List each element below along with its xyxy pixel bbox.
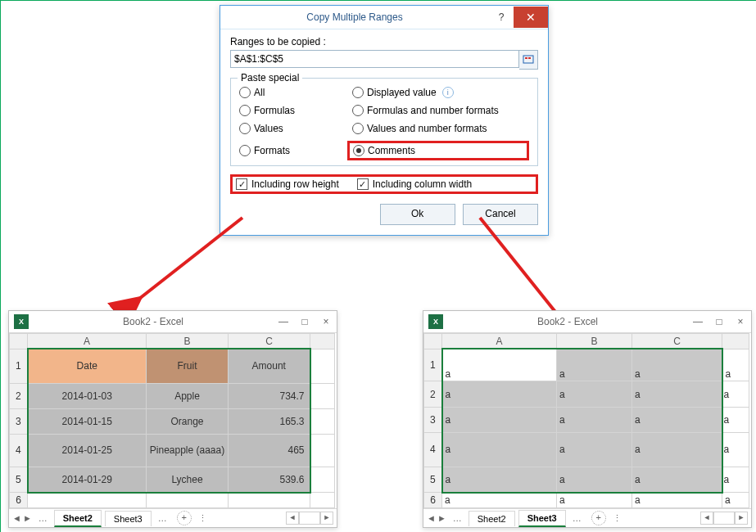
row-header[interactable]: 5 [424, 467, 442, 492]
window-close-button[interactable]: × [730, 316, 751, 327]
tab-nav-next-icon[interactable]: ► [437, 513, 446, 523]
tab-overflow-icon[interactable]: … [38, 513, 48, 523]
excel-titlebar[interactable]: X Book2 - Excel — □ × [423, 311, 751, 333]
cell[interactable] [28, 493, 147, 508]
cell[interactable]: 465 [229, 435, 310, 467]
radio-values[interactable]: Values [239, 123, 346, 134]
range-picker-button[interactable] [519, 50, 538, 70]
row-header[interactable]: 5 [10, 467, 28, 492]
close-button[interactable]: ✕ [514, 7, 548, 28]
row-header[interactable]: 1 [424, 349, 442, 381]
column-header[interactable]: C [229, 334, 310, 349]
cell[interactable] [310, 383, 335, 408]
sheet-tab-sheet2[interactable]: Sheet2 [469, 511, 515, 526]
column-header[interactable]: A [442, 334, 557, 349]
cell[interactable] [310, 408, 335, 434]
new-sheet-button[interactable]: + [177, 511, 192, 525]
info-icon[interactable]: i [442, 87, 454, 98]
radio-formulas[interactable]: Formulas [239, 105, 346, 116]
column-header[interactable]: B [557, 334, 632, 349]
cell[interactable]: 539.6 [229, 467, 310, 492]
cell[interactable] [310, 493, 335, 508]
cell[interactable]: 2014-01-15 [28, 408, 147, 434]
row-header[interactable]: 1 [10, 349, 28, 383]
cell[interactable]: a [632, 493, 722, 508]
minimize-button[interactable]: — [687, 316, 708, 327]
cell[interactable]: a [632, 433, 722, 467]
cell[interactable]: a [722, 433, 749, 467]
tab-overflow-icon[interactable]: … [158, 513, 167, 523]
ranges-input[interactable] [230, 50, 519, 68]
cell[interactable]: Amount [229, 349, 310, 383]
sheet-tab-sheet3[interactable]: Sheet3 [105, 511, 152, 526]
cell[interactable] [229, 493, 310, 508]
cell[interactable]: a [632, 407, 722, 432]
radio-formulas-number-formats[interactable]: Formulas and number formats [352, 105, 529, 116]
cell[interactable]: a [632, 349, 722, 381]
radio-values-number-formats[interactable]: Values and number formats [352, 123, 529, 134]
cell[interactable]: a [442, 493, 557, 508]
cell[interactable]: 2014-01-25 [28, 435, 147, 467]
cell[interactable]: Lychee [147, 467, 229, 492]
cancel-button[interactable]: Cancel [463, 204, 538, 225]
cell[interactable]: a [557, 433, 632, 467]
cell[interactable]: 734.7 [229, 383, 310, 408]
cell[interactable] [310, 349, 335, 383]
cell[interactable]: a [557, 493, 632, 508]
maximize-button[interactable]: □ [294, 316, 315, 327]
cell[interactable]: a [722, 407, 749, 432]
row-header[interactable]: 4 [424, 433, 442, 467]
cell[interactable]: Date [28, 349, 147, 383]
scroll-left-icon[interactable]: ◄ [286, 512, 299, 525]
column-header[interactable]: B [147, 334, 229, 349]
cell[interactable]: a [557, 407, 632, 432]
scroll-right-icon[interactable]: ► [735, 512, 748, 525]
cell[interactable]: a [442, 467, 557, 492]
maximize-button[interactable]: □ [708, 316, 730, 327]
cell[interactable]: Orange [147, 408, 229, 434]
worksheet-grid[interactable]: A B C 1 Date Fruit Amount 2 2014-01-03 A… [9, 333, 335, 508]
row-header[interactable]: 2 [10, 383, 28, 408]
select-all-corner[interactable] [10, 334, 28, 349]
horizontal-scrollbar[interactable]: ◄ ► [286, 512, 333, 525]
radio-all[interactable]: All [239, 87, 346, 98]
checkbox-include-column-width[interactable]: ✓ Including column width [357, 178, 472, 190]
row-header[interactable]: 6 [10, 493, 28, 508]
cell[interactable] [310, 435, 335, 467]
scroll-left-icon[interactable]: ◄ [700, 512, 713, 525]
cell[interactable]: a [722, 381, 749, 407]
tab-overflow-icon[interactable]: … [573, 513, 582, 523]
row-header[interactable]: 3 [424, 407, 442, 432]
cell[interactable]: a [722, 467, 749, 492]
cell[interactable]: 165.3 [229, 408, 310, 434]
worksheet-grid[interactable]: A B C 1 a a a a 2 a a a a 3 a [423, 333, 749, 508]
radio-displayed-value[interactable]: Displayed value i [352, 87, 529, 98]
column-header[interactable]: A [28, 334, 147, 349]
cell[interactable]: a [722, 349, 749, 381]
cell[interactable]: Pineapple (aaaa) [147, 435, 229, 467]
excel-titlebar[interactable]: X Book2 - Excel — □ × [9, 311, 337, 333]
window-close-button[interactable]: × [315, 316, 337, 327]
cell[interactable]: a [442, 433, 557, 467]
tab-overflow-icon[interactable]: … [453, 513, 462, 523]
cell[interactable]: a [557, 467, 632, 492]
select-all-corner[interactable] [424, 334, 442, 349]
cell[interactable]: Apple [147, 383, 229, 408]
row-header[interactable]: 4 [10, 435, 28, 467]
radio-formats[interactable]: Formats [239, 141, 346, 160]
cell[interactable]: a [557, 381, 632, 407]
cell[interactable]: a [442, 381, 557, 407]
sheet-tab-sheet2[interactable]: Sheet2 [54, 510, 102, 527]
cell[interactable]: a [442, 349, 557, 381]
tab-nav-prev-icon[interactable]: ◄ [12, 513, 21, 523]
tab-nav-prev-icon[interactable]: ◄ [427, 513, 436, 523]
cell[interactable]: a [722, 493, 749, 508]
row-header[interactable]: 2 [424, 381, 442, 407]
cell[interactable]: a [442, 407, 557, 432]
minimize-button[interactable]: — [273, 316, 294, 327]
sheet-tab-sheet3[interactable]: Sheet3 [518, 510, 566, 527]
checkbox-include-row-height[interactable]: ✓ Including row height [236, 178, 339, 190]
horizontal-scrollbar[interactable]: ◄ ► [700, 512, 748, 525]
help-button[interactable]: ? [489, 6, 514, 29]
ok-button[interactable]: Ok [380, 204, 455, 225]
